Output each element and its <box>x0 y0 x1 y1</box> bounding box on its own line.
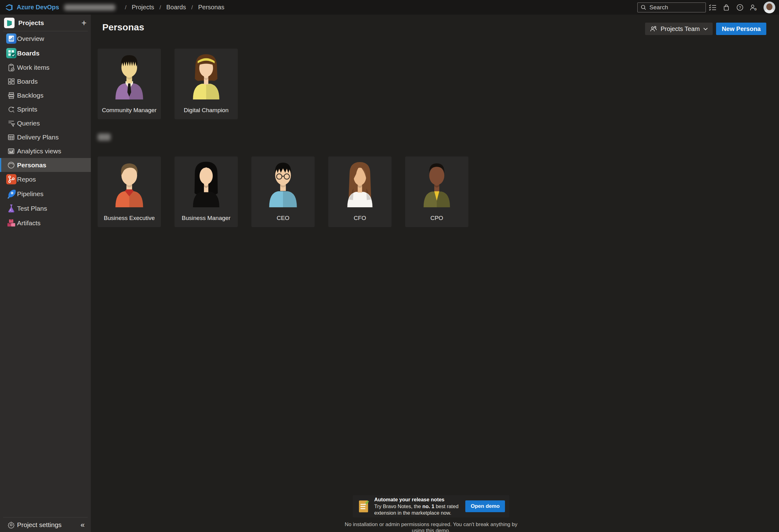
sidebar-item-label: Work items <box>17 64 50 71</box>
persona-name: CPO <box>405 215 468 221</box>
toast-footnote: No installation or admin permissions req… <box>344 522 519 532</box>
sidebar-item-label: Artifacts <box>17 219 41 227</box>
persona-group-2: Business Executive Business Manager <box>98 156 468 227</box>
persona-card-business-manager[interactable]: Business Manager <box>175 156 238 227</box>
breadcrumb-boards[interactable]: Boards <box>167 4 186 11</box>
main-content: Personas Projects Team New Persona <box>91 14 779 532</box>
persona-name: CFO <box>328 215 392 221</box>
persona-avatar <box>417 160 457 207</box>
persona-avatar <box>109 52 149 99</box>
repos-icon <box>5 174 17 184</box>
pipelines-icon <box>5 189 17 199</box>
open-demo-button[interactable]: Open demo <box>465 501 505 512</box>
org-name-blurred[interactable] <box>64 4 115 10</box>
sidebar: Projects + Overview <box>0 14 91 532</box>
user-settings-icon[interactable]: ⚙ <box>747 1 761 14</box>
chevron-down-icon <box>703 27 708 30</box>
project-logo-icon <box>4 18 14 28</box>
help-icon[interactable]: ? <box>733 1 747 14</box>
release-notes-icon <box>358 500 369 513</box>
overview-icon <box>5 34 17 44</box>
page-title: Personas <box>102 22 144 32</box>
team-selector-label: Projects Team <box>661 25 700 32</box>
header-actions: Projects Team New Persona <box>645 23 766 35</box>
add-project-button[interactable]: + <box>81 18 86 27</box>
sidebar-item-repos[interactable]: Repos <box>0 172 91 187</box>
sidebar-item-label: Test Plans <box>17 205 47 212</box>
persona-card-business-executive[interactable]: Business Executive <box>98 156 161 227</box>
sidebar-item-analytics-views[interactable]: Analytics views <box>0 144 91 158</box>
breadcrumb-separator: / <box>159 4 161 11</box>
boards-product-icon <box>5 48 17 58</box>
svg-text:?: ? <box>739 5 741 10</box>
topbar-right-actions: ? ⚙ <box>637 1 775 14</box>
project-settings-label: Project settings <box>17 521 62 529</box>
search-icon <box>641 5 646 10</box>
backlogs-icon <box>5 91 17 99</box>
persona-card-community-manager[interactable]: Community Manager <box>98 49 161 119</box>
persona-group-1: Community Manager Digital Champion <box>98 49 238 119</box>
sidebar-item-label: Sprints <box>17 106 37 113</box>
group-label-blurred <box>98 134 111 141</box>
collapse-sidebar-button[interactable]: « <box>80 521 84 529</box>
sidebar-item-label: Delivery Plans <box>17 134 59 141</box>
sidebar-item-label: Pipelines <box>17 190 43 198</box>
boards-icon <box>5 77 17 85</box>
task-list-icon[interactable] <box>706 1 719 14</box>
azure-devops-logo-icon[interactable] <box>5 3 13 11</box>
sidebar-item-pipelines[interactable]: Pipelines <box>0 187 91 201</box>
top-bar: Azure DevOps / Projects / Boards / Perso… <box>0 0 779 14</box>
persona-card-digital-champion[interactable]: Digital Champion <box>175 49 238 119</box>
test-plans-icon <box>5 203 17 213</box>
toast-body: Try Bravo Notes, the no. 1 best rated ex… <box>374 503 465 516</box>
breadcrumb: / Projects / Boards / Personas <box>120 4 225 11</box>
delivery-plans-icon <box>5 133 17 141</box>
marketplace-bag-icon[interactable] <box>719 1 733 14</box>
sidebar-item-label: Repos <box>17 176 36 183</box>
product-name[interactable]: Azure DevOps <box>17 4 59 11</box>
work-items-icon <box>5 64 17 72</box>
project-settings-button[interactable]: Project settings « <box>0 518 91 532</box>
sidebar-item-artifacts[interactable]: Artifacts <box>0 216 91 230</box>
persona-card-cfo[interactable]: CFO <box>328 156 392 227</box>
persona-name: Digital Champion <box>175 107 238 114</box>
sidebar-item-boards[interactable]: Boards <box>0 74 91 88</box>
sidebar-item-work-items[interactable]: Work items <box>0 60 91 74</box>
queries-icon <box>5 119 17 127</box>
release-notes-toast: Automate your release notes Try Bravo No… <box>353 495 509 518</box>
sidebar-item-boards-product[interactable]: Boards <box>0 46 91 60</box>
sidebar-item-test-plans[interactable]: Test Plans <box>0 201 91 216</box>
new-persona-button[interactable]: New Persona <box>716 23 766 35</box>
sidebar-item-label: Personas <box>17 161 47 169</box>
personas-icon <box>5 161 17 169</box>
sidebar-item-backlogs[interactable]: Backlogs <box>0 88 91 102</box>
analytics-views-icon <box>5 147 17 155</box>
search-box[interactable] <box>637 2 706 12</box>
search-input[interactable] <box>649 4 701 11</box>
breadcrumb-projects[interactable]: Projects <box>132 4 154 11</box>
sidebar-item-overview[interactable]: Overview <box>0 31 91 46</box>
sidebar-item-label: Analytics views <box>17 147 61 155</box>
breadcrumb-separator: / <box>125 4 126 11</box>
sidebar-item-label: Overview <box>17 35 44 43</box>
persona-card-cpo[interactable]: CPO <box>405 156 468 227</box>
sidebar-project-header[interactable]: Projects + <box>0 14 91 31</box>
sidebar-item-sprints[interactable]: Sprints <box>0 102 91 116</box>
sidebar-item-label: Backlogs <box>17 92 43 99</box>
team-selector-button[interactable]: Projects Team <box>645 23 713 35</box>
persona-name: Community Manager <box>98 107 161 114</box>
team-icon <box>650 26 657 32</box>
sidebar-item-label: Boards <box>17 78 38 85</box>
sidebar-item-label: Boards <box>17 50 39 57</box>
sidebar-item-label: Queries <box>17 120 40 127</box>
persona-avatar <box>186 52 226 99</box>
sidebar-project-label: Projects <box>18 19 44 27</box>
user-avatar[interactable] <box>764 2 775 13</box>
persona-card-ceo[interactable]: CEO <box>251 156 315 227</box>
sidebar-item-personas[interactable]: Personas <box>0 158 91 172</box>
persona-avatar <box>186 160 226 207</box>
sidebar-item-queries[interactable]: Queries <box>0 116 91 130</box>
azure-devops-app: Azure DevOps / Projects / Boards / Perso… <box>0 0 779 532</box>
breadcrumb-personas[interactable]: Personas <box>198 4 225 11</box>
sidebar-item-delivery-plans[interactable]: Delivery Plans <box>0 130 91 144</box>
